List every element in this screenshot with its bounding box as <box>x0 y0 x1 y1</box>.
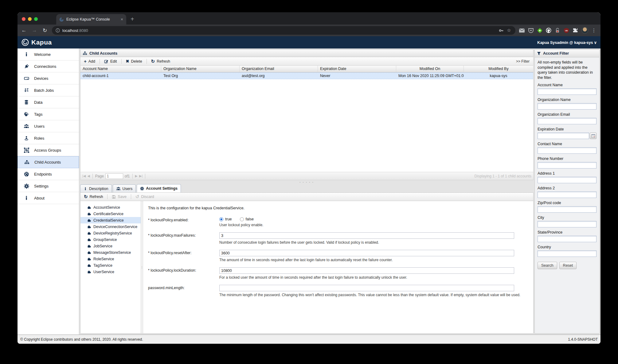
password-minlength-input[interactable] <box>219 285 514 291</box>
filter-address-2-input[interactable] <box>538 192 596 198</box>
service-item-userservice[interactable]: UserService <box>80 269 141 275</box>
service-item-certificateservice[interactable]: CertificateService <box>80 211 141 217</box>
horizontal-splitter[interactable]: ▪ ▪ ▪ ▪ ▪ <box>80 180 534 184</box>
forward-icon[interactable]: → <box>31 27 38 33</box>
add-button[interactable]: +Add <box>82 58 97 64</box>
filter-toggle-link[interactable]: >> Filter <box>516 59 531 64</box>
sidebar-item-users[interactable]: Users <box>18 120 79 132</box>
filter-contact-name-input[interactable] <box>538 147 596 154</box>
first-page-icon[interactable]: |◀ <box>82 174 86 178</box>
edit-button[interactable]: Edit <box>103 59 119 64</box>
column-header[interactable]: Modified On <box>396 66 464 72</box>
mail-extension-icon[interactable] <box>519 28 525 33</box>
column-header[interactable]: Expiration Date <box>318 66 396 72</box>
delete-button[interactable]: ✖Delete <box>124 58 144 64</box>
max-failures-input[interactable] <box>219 232 514 239</box>
service-item-jobservice[interactable]: JobService <box>80 243 141 249</box>
column-header[interactable]: Modified By <box>464 66 533 72</box>
profile-avatar[interactable] <box>581 27 588 34</box>
tab-description[interactable]: Description <box>80 184 112 192</box>
prev-page-icon[interactable]: ◀ <box>87 174 90 178</box>
tab-users[interactable]: Users <box>113 184 136 192</box>
service-item-messagestoreservice[interactable]: MessageStoreService <box>80 249 141 256</box>
service-item-deviceregistryservice[interactable]: DeviceRegistryService <box>80 230 141 236</box>
sidebar-item-access-groups[interactable]: Access Groups <box>18 144 79 156</box>
service-item-deviceconnectionservice[interactable]: DeviceConnectionService <box>80 223 141 230</box>
filter-state-input[interactable] <box>538 236 596 242</box>
sidebar-item-endpoints[interactable]: Endpoints <box>18 168 79 180</box>
reset-button[interactable]: Reset <box>559 262 577 269</box>
sidebar-item-welcome[interactable]: Welcome <box>18 48 79 60</box>
close-window-button[interactable] <box>22 17 25 21</box>
filter-account-name-input[interactable] <box>538 88 596 95</box>
password-key-icon[interactable] <box>498 28 504 33</box>
vertical-splitter[interactable]: ⋮ <box>141 201 143 333</box>
bookmark-star-icon[interactable]: ☆ <box>506 28 512 33</box>
reload-icon[interactable]: ↻ <box>41 27 48 34</box>
cell-modified-by: kapua-sys <box>464 73 533 79</box>
last-page-icon[interactable]: ▶| <box>139 174 143 178</box>
settings-save-button[interactable]: Save <box>110 194 128 199</box>
filter-country-input[interactable] <box>538 250 596 257</box>
filter-expiration-date-input[interactable] <box>538 133 589 139</box>
sidebar-item-roles[interactable]: Roles <box>18 132 79 144</box>
service-item-accountservice[interactable]: AccountService <box>80 204 141 211</box>
filter-zip-input[interactable] <box>538 206 596 213</box>
feedly-extension-icon[interactable] <box>537 28 542 33</box>
browser-menu-icon[interactable]: ⋮ <box>592 28 596 33</box>
filter-phone-number-input[interactable] <box>538 162 596 168</box>
service-item-credentialservice[interactable]: CredentialService <box>80 217 141 223</box>
sidebar-item-child-accounts[interactable]: Child Accounts <box>18 156 79 168</box>
next-page-icon[interactable]: ▶ <box>135 174 138 178</box>
page-number-input[interactable] <box>105 173 123 179</box>
minimize-window-button[interactable] <box>28 17 32 21</box>
sidebar-item-batch-jobs[interactable]: Batch Jobs <box>18 84 79 96</box>
batch-jobs-icon <box>23 88 29 93</box>
column-header[interactable]: Organization Name <box>161 66 240 72</box>
search-button[interactable]: Search <box>538 262 557 269</box>
column-header[interactable]: Organization Email <box>240 66 318 72</box>
radio-true[interactable] <box>219 217 223 221</box>
column-header[interactable]: Account Name <box>80 66 161 72</box>
filter-city-input[interactable] <box>538 221 596 227</box>
new-tab-button[interactable]: + <box>126 16 139 25</box>
service-item-groupservice[interactable]: GroupService <box>80 236 141 243</box>
blocked-lock-extension-icon[interactable] <box>555 28 560 33</box>
address-bar[interactable]: localhost:8080 ☆ <box>52 26 515 35</box>
user-menu[interactable]: Kapua Sysadmin @ kapua-sys ∨ <box>537 40 597 45</box>
extensions-puzzle-icon[interactable] <box>573 28 578 33</box>
sidebar-item-connections[interactable]: Connections <box>18 60 79 72</box>
sidebar-item-devices[interactable]: Devices <box>18 72 79 84</box>
sidebar-item-data[interactable]: Data <box>18 96 79 108</box>
pocket-extension-icon[interactable] <box>528 28 534 33</box>
service-item-tagservice[interactable]: TagService <box>80 262 141 269</box>
site-info-icon[interactable] <box>56 28 60 33</box>
tab-account-settings[interactable]: Account Settings <box>137 184 181 192</box>
github-extension-icon[interactable] <box>546 28 551 33</box>
puzzle-icon <box>87 257 91 261</box>
browser-tab[interactable]: Eclipse Kapua™ Console × <box>56 14 126 25</box>
filter-address-1-input[interactable] <box>538 177 596 183</box>
sidebar-item-settings[interactable]: Settings <box>18 180 79 192</box>
tab-close-icon[interactable]: × <box>121 17 123 22</box>
service-item-roleservice[interactable]: RoleService <box>80 256 141 262</box>
table-row[interactable]: child-account-1 Test Org asd@test.org Ne… <box>80 72 534 79</box>
sidebar-item-about[interactable]: About <box>18 192 79 204</box>
back-icon[interactable]: ← <box>21 27 27 33</box>
sidebar-item-tags[interactable]: Tags <box>18 108 79 120</box>
filter-organization-name-input[interactable] <box>538 103 596 110</box>
ublock-shield-extension-icon[interactable]: UD <box>564 28 569 33</box>
reset-after-input[interactable] <box>219 250 514 256</box>
lock-duration-input[interactable] <box>219 267 514 274</box>
browser-window: Eclipse Kapua™ Console × + ← → ↻ localho… <box>18 12 600 344</box>
settings-discard-button[interactable]: ↺Discard <box>134 193 156 200</box>
calendar-picker-button[interactable] <box>590 133 596 139</box>
radio-true-label[interactable]: true <box>225 217 232 221</box>
settings-refresh-button[interactable]: ↻Refresh <box>82 193 104 200</box>
funnel-icon <box>537 52 541 56</box>
refresh-button[interactable]: ↻Refresh <box>150 58 172 65</box>
radio-false-label[interactable]: false <box>246 217 254 221</box>
maximize-window-button[interactable] <box>34 17 38 21</box>
filter-organization-email-input[interactable] <box>538 118 596 124</box>
radio-false[interactable] <box>240 217 244 221</box>
